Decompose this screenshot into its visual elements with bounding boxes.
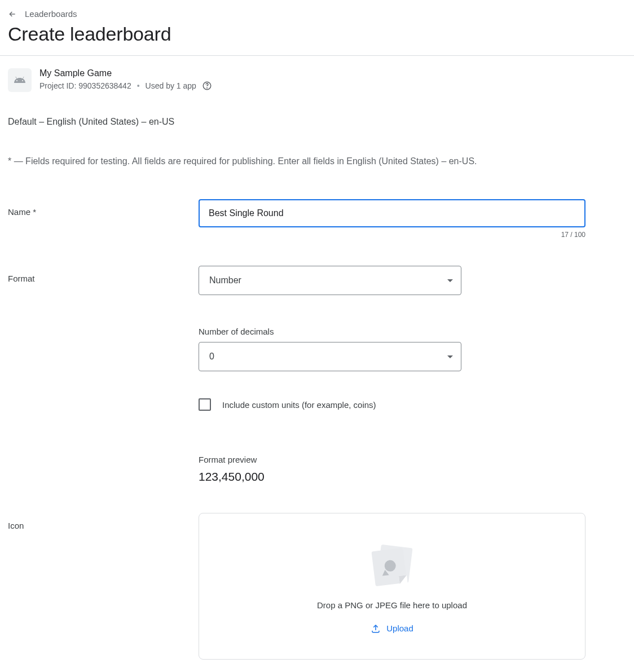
project-id: Project ID: 990352638442 — [39, 81, 131, 90]
file-stack-icon — [371, 546, 413, 588]
svg-point-2 — [207, 87, 208, 88]
format-label: Format — [8, 266, 199, 283]
name-label: Name * — [8, 199, 199, 217]
project-name: My Sample Game — [39, 68, 212, 78]
page-title: Create leaderboard — [8, 23, 626, 45]
name-char-count: 17 / 100 — [199, 231, 585, 239]
dropzone-text: Drop a PNG or JPEG file here to upload — [317, 600, 467, 610]
separator-dot: • — [137, 81, 140, 90]
icon-label: Icon — [8, 513, 199, 530]
format-select[interactable]: Number — [199, 266, 461, 295]
help-icon[interactable] — [202, 81, 212, 91]
custom-units-label: Include custom units (for example, coins… — [222, 400, 376, 410]
upload-button[interactable]: Upload — [371, 623, 413, 634]
chevron-down-icon — [447, 355, 453, 358]
format-preview-value: 123,450,000 — [199, 470, 585, 484]
icon-dropzone[interactable]: Drop a PNG or JPEG file here to upload U… — [199, 513, 585, 660]
chevron-down-icon — [447, 279, 453, 282]
format-preview-label: Format preview — [199, 455, 585, 464]
decimals-label: Number of decimals — [199, 327, 585, 336]
android-icon — [8, 68, 32, 92]
upload-button-label: Upload — [386, 623, 413, 633]
divider — [0, 55, 634, 56]
breadcrumb: Leaderboards — [8, 9, 626, 19]
name-input[interactable] — [199, 199, 585, 227]
format-selected-value: Number — [209, 275, 241, 286]
decimals-select[interactable]: 0 — [199, 342, 461, 371]
custom-units-checkbox[interactable] — [199, 398, 211, 411]
decimals-selected-value: 0 — [209, 352, 214, 362]
locale-text: Default – English (United States) – en-U… — [8, 117, 626, 127]
back-arrow-icon[interactable] — [8, 10, 17, 19]
project-usage: Used by 1 app — [146, 81, 196, 90]
required-note: * — Fields required for testing. All fie… — [8, 156, 626, 166]
project-info: My Sample Game Project ID: 990352638442 … — [8, 68, 626, 92]
upload-icon — [371, 623, 381, 634]
breadcrumb-label[interactable]: Leaderboards — [25, 9, 77, 19]
